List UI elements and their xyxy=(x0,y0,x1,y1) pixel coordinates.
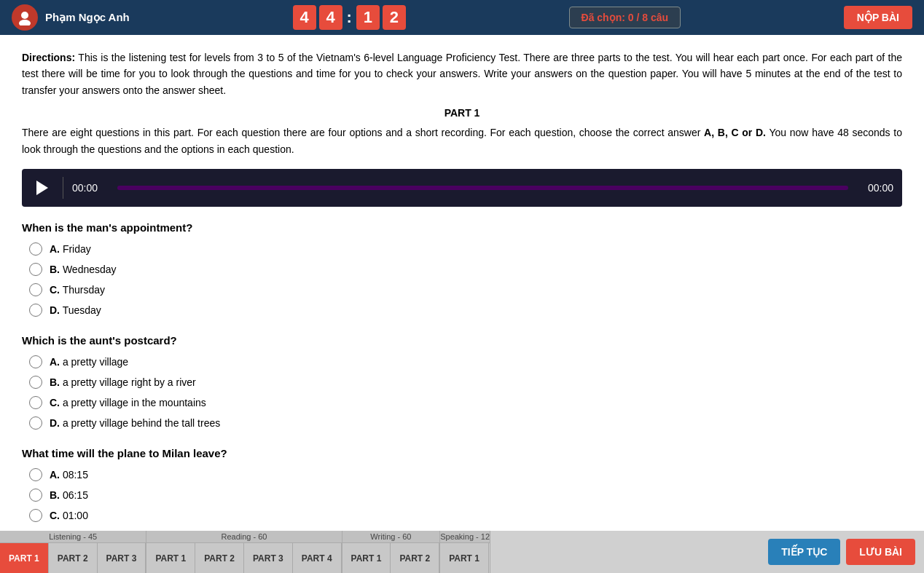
label-q2a[interactable]: A. a pretty village xyxy=(50,356,128,368)
option-q2b[interactable]: B. a pretty village right by a river xyxy=(22,376,902,389)
tab-listening-part1[interactable]: PART 1 xyxy=(0,543,49,573)
question-1: When is the man's appointment? A. Friday… xyxy=(22,221,902,317)
reading-label: Reading - 60 xyxy=(146,531,341,543)
option-q1d[interactable]: D. Tuesday xyxy=(22,304,902,317)
radio-q1d[interactable] xyxy=(29,304,42,317)
svg-point-0 xyxy=(21,12,28,19)
radio-q2d[interactable] xyxy=(29,416,42,430)
audio-time-end: 00:00 xyxy=(857,182,893,194)
selected-count-box: Đã chọn: 0 / 8 câu xyxy=(569,7,681,28)
reading-tab-buttons: PART 1 PART 2 PART 3 PART 4 xyxy=(146,543,341,573)
label-q2c[interactable]: C. a pretty village in the mountains xyxy=(50,397,206,408)
label-q1b[interactable]: B. Wednesday xyxy=(50,264,117,275)
option-q1a[interactable]: A. Friday xyxy=(22,242,902,256)
reading-section: Reading - 60 PART 1 PART 2 PART 3 PART 4 xyxy=(146,531,342,573)
option-q1c[interactable]: C. Thursday xyxy=(22,283,902,296)
option-q1b[interactable]: B. Wednesday xyxy=(22,263,902,276)
main-content: Directions: This is the listening test f… xyxy=(0,35,924,531)
audio-player: 00:00 00:00 xyxy=(22,169,902,207)
selected-slash: / xyxy=(636,12,639,23)
directions-text: Directions: This is the listening test f… xyxy=(22,50,902,98)
selected-total: 8 xyxy=(642,12,648,23)
divider xyxy=(63,177,63,199)
selected-unit: câu xyxy=(651,12,668,23)
tab-listening-part3[interactable]: PART 3 xyxy=(98,543,146,573)
option-q3c[interactable]: C. 01:00 xyxy=(22,509,902,522)
radio-q2c[interactable] xyxy=(29,396,42,409)
radio-q1c[interactable] xyxy=(29,283,42,296)
option-q3a[interactable]: A. 08:15 xyxy=(22,468,902,481)
svg-point-1 xyxy=(19,20,31,25)
timer-digit-2: 4 xyxy=(319,5,342,30)
tab-reading-part4[interactable]: PART 4 xyxy=(293,543,342,573)
tab-listening-part2[interactable]: PART 2 xyxy=(49,543,98,573)
option-q2d[interactable]: D. a pretty village behind the tall tree… xyxy=(22,416,902,430)
audio-time-start: 00:00 xyxy=(72,182,109,194)
timer-digit-3: 1 xyxy=(356,5,380,30)
radio-q3a[interactable] xyxy=(29,468,42,481)
option-q3b[interactable]: B. 06:15 xyxy=(22,489,902,502)
label-q3c[interactable]: C. 01:00 xyxy=(50,510,88,521)
question-2: Which is the aunt's postcard? A. a prett… xyxy=(22,334,902,430)
label-q1a[interactable]: A. Friday xyxy=(50,243,91,255)
radio-q2b[interactable] xyxy=(29,376,42,389)
question-3-text: What time will the plane to Milan leave? xyxy=(22,447,902,459)
header-left: Phạm Ngọc Anh xyxy=(12,4,130,31)
part1-title: PART 1 xyxy=(22,107,902,119)
label-q2b[interactable]: B. a pretty village right by a river xyxy=(50,376,196,388)
radio-q3b[interactable] xyxy=(29,489,42,502)
directions-body: This is the listening test for levels fr… xyxy=(22,52,902,96)
writing-label: Writing - 60 xyxy=(342,531,440,543)
radio-q1b[interactable] xyxy=(29,263,42,276)
footer-tabs: Listening - 45 PART 1 PART 2 PART 3 Read… xyxy=(0,531,759,573)
tab-speaking-part1[interactable]: PART 1 xyxy=(440,543,489,573)
radio-q1a[interactable] xyxy=(29,242,42,256)
avatar xyxy=(12,4,38,31)
luu-bai-button[interactable]: LƯU BÀI xyxy=(846,539,915,565)
selected-label: Đã chọn: xyxy=(582,12,625,23)
tab-reading-part3[interactable]: PART 3 xyxy=(244,543,293,573)
label-q1c[interactable]: C. Thursday xyxy=(50,284,105,296)
label-q1d[interactable]: D. Tuesday xyxy=(50,304,101,316)
footer-actions: TIẾP TỤC LƯU BÀI xyxy=(759,531,924,573)
question-3: What time will the plane to Milan leave?… xyxy=(22,447,902,522)
audio-progress-bar[interactable] xyxy=(117,186,848,190)
timer-digit-4: 2 xyxy=(383,5,406,30)
option-q2c[interactable]: C. a pretty village in the mountains xyxy=(22,396,902,409)
part1-desc-text: There are eight questions in this part. … xyxy=(22,127,704,138)
listening-label: Listening - 45 xyxy=(0,531,146,543)
speaking-label: Speaking - 12 xyxy=(440,531,490,543)
timer-colon: : xyxy=(345,8,353,27)
tab-writing-part2[interactable]: PART 2 xyxy=(391,543,439,573)
play-icon xyxy=(36,181,48,195)
option-q2a[interactable]: A. a pretty village xyxy=(22,355,902,368)
listening-tab-buttons: PART 1 PART 2 PART 3 xyxy=(0,543,146,573)
speaking-tab-buttons: PART 1 xyxy=(440,543,490,573)
header: Phạm Ngọc Anh 4 4 : 1 2 Đã chọn: 0 / 8 c… xyxy=(0,0,924,35)
tab-writing-part1[interactable]: PART 1 xyxy=(342,543,391,573)
tab-reading-part1[interactable]: PART 1 xyxy=(146,543,195,573)
part1-description: There are eight questions in this part. … xyxy=(22,125,902,157)
tiep-tuc-button[interactable]: TIẾP TỤC xyxy=(768,539,840,565)
tab-reading-part2[interactable]: PART 2 xyxy=(195,543,244,573)
part1-options-label: A, B, C or D. xyxy=(704,127,766,138)
directions-label: Directions: xyxy=(22,52,75,63)
play-button[interactable] xyxy=(31,176,54,199)
writing-tab-buttons: PART 1 PART 2 xyxy=(342,543,440,573)
footer: Listening - 45 PART 1 PART 2 PART 3 Read… xyxy=(0,531,924,573)
label-q3a[interactable]: A. 08:15 xyxy=(50,469,88,481)
question-1-text: When is the man's appointment? xyxy=(22,221,902,234)
label-q3b[interactable]: B. 06:15 xyxy=(50,489,88,501)
question-2-text: Which is the aunt's postcard? xyxy=(22,334,902,347)
label-q2d[interactable]: D. a pretty village behind the tall tree… xyxy=(50,417,220,429)
timer-box: 4 4 : 1 2 xyxy=(293,5,406,30)
selected-count: 0 xyxy=(628,12,634,23)
nop-bai-button[interactable]: NỘP BÀI xyxy=(844,6,912,29)
radio-q3c[interactable] xyxy=(29,509,42,522)
timer-digit-1: 4 xyxy=(293,5,316,30)
username: Phạm Ngọc Anh xyxy=(45,11,130,24)
radio-q2a[interactable] xyxy=(29,355,42,368)
writing-section: Writing - 60 PART 1 PART 2 xyxy=(342,531,441,573)
speaking-section: Speaking - 12 PART 1 xyxy=(440,531,490,573)
listening-section: Listening - 45 PART 1 PART 2 PART 3 xyxy=(0,531,146,573)
